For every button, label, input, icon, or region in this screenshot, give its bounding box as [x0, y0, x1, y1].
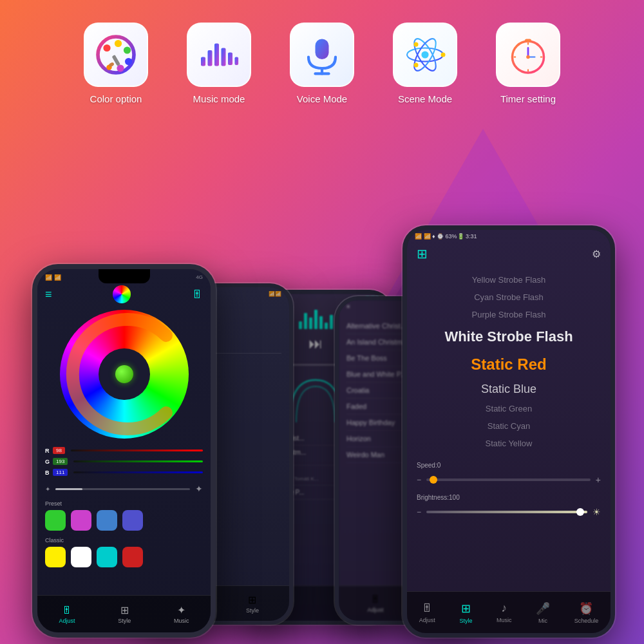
p1-wheel-container[interactable]	[37, 307, 211, 442]
phone-notch	[99, 269, 150, 283]
music-bar-2	[304, 313, 307, 329]
scene-purple-strobe[interactable]: Purple Strobe Flash	[417, 306, 601, 323]
music-bar-5	[319, 316, 323, 329]
p1-nav-adjust[interactable]: 🎚 Adjust	[59, 605, 75, 624]
p1-nav-music[interactable]: ✦ Music	[174, 604, 189, 624]
p5-nav: 🎚 Adjust ⊞ Style ♪ Music 🎤 Mic ⏰ Sch	[407, 591, 611, 633]
brightness-thumb[interactable]	[576, 508, 584, 516]
p5-nav-style[interactable]: ⊞ Style	[459, 601, 472, 624]
svg-rect-9	[201, 57, 205, 66]
p5-speed-label: Speed:0	[407, 459, 611, 472]
p1-menu-icon[interactable]: ≡	[45, 288, 52, 301]
scene-yellow-strobe[interactable]: Yellow Strobe Flash	[417, 271, 601, 289]
icon-item-color-option[interactable]: Color option	[84, 23, 148, 104]
adjust-label: Adjust	[59, 618, 75, 624]
phone-color-adjust: 📶 📶 4G ≡ 🎚	[32, 264, 216, 638]
scene-white-strobe[interactable]: White Strobe Flash	[417, 323, 601, 350]
scene-static-yellow[interactable]: Static Yellow	[417, 435, 601, 452]
svg-rect-10	[208, 50, 213, 66]
p2-nav-style[interactable]: ⊞ Style	[246, 594, 259, 614]
classic-dot-2[interactable]	[71, 547, 91, 567]
app-icon-music-mode[interactable]	[187, 23, 251, 87]
icon-label-color-option: Color option	[90, 93, 142, 104]
icon-item-scene-mode[interactable]: Scene Mode	[393, 23, 457, 104]
music-icon: ✦	[177, 604, 185, 616]
preset-dot-2[interactable]	[71, 510, 91, 531]
svg-point-3	[124, 46, 131, 53]
speed-plus[interactable]: +	[596, 475, 601, 485]
p5-scene-list: Yellow Strobe Flash Cyan Strobe Flash Pu…	[407, 265, 611, 459]
icon-label-scene-mode: Scene Mode	[398, 93, 452, 104]
svg-rect-14	[235, 57, 239, 66]
music-bar-4	[314, 310, 317, 329]
p5-mic-icon: 🎤	[536, 601, 550, 616]
icon-item-voice-mode[interactable]: Voice Mode	[290, 23, 354, 104]
scene-cyan-strobe[interactable]: Cyan Strobe Flash	[417, 289, 601, 306]
scene-static-green[interactable]: Static Green	[417, 400, 601, 417]
p1-settings-icon[interactable]: 🎚	[191, 288, 203, 301]
music-bar-6	[325, 323, 328, 329]
music-bar-7	[330, 315, 333, 329]
p5-brightness-slider[interactable]: − ☀	[407, 504, 611, 520]
speed-thumb[interactable]	[430, 476, 437, 484]
p1-color-selector[interactable]	[115, 365, 133, 383]
p5-nav-schedule[interactable]: ⏰ Schedule	[574, 601, 599, 624]
brightness-minus[interactable]: −	[417, 507, 421, 516]
p5-music-icon: ♪	[501, 601, 507, 615]
preset-dot-3[interactable]	[97, 510, 117, 531]
p1-preset-label: Preset	[45, 500, 203, 507]
p5-nav-music[interactable]: ♪ Music	[497, 601, 512, 623]
svg-point-32	[526, 55, 530, 59]
p5-gear-icon[interactable]: ⚙	[592, 248, 601, 260]
p5-brightness-label: Brightness:100	[407, 488, 611, 504]
p5-style-icon: ⊞	[461, 601, 471, 616]
classic-dot-1[interactable]	[45, 547, 66, 567]
p1-r-value: 98	[53, 447, 65, 454]
p5-adjust-icon: 🎚	[421, 601, 433, 615]
icon-label-music-mode: Music mode	[193, 93, 245, 104]
svg-point-1	[103, 44, 110, 52]
p5-grid-icon[interactable]: ⊞	[417, 246, 428, 261]
p1-classic-label: Classic	[45, 537, 203, 544]
p1-nav-style[interactable]: ⊞ Style	[118, 604, 131, 624]
svg-point-23	[414, 42, 419, 46]
icon-item-music-mode[interactable]: Music mode	[187, 23, 251, 104]
music-bar-3	[309, 317, 312, 329]
svg-point-22	[441, 53, 446, 57]
svg-point-5	[117, 64, 124, 71]
p1-brightness-high: ✦	[195, 484, 203, 494]
p5-nav-adjust[interactable]: 🎚 Adjust	[419, 601, 435, 623]
preset-dot-1[interactable]	[45, 510, 66, 531]
app-icon-color-option[interactable]	[84, 23, 148, 87]
p5-nav-mic[interactable]: 🎤 Mic	[536, 601, 550, 624]
preset-dot-4[interactable]	[122, 510, 143, 531]
p1-preset-dots	[45, 510, 203, 531]
app-icon-voice-mode[interactable]	[290, 23, 354, 87]
classic-dot-3[interactable]	[97, 547, 117, 567]
scene-static-blue[interactable]: Static Blue	[417, 379, 601, 400]
p4-nav-adjust[interactable]: 🎚 Adjust	[367, 594, 383, 613]
app-icon-scene-mode[interactable]	[393, 23, 457, 87]
p1-brightness-row: ✦ ✦	[37, 481, 211, 497]
svg-point-18	[421, 51, 428, 58]
p5-status-bar: 📶 📶 ♦ ⌚ 63%🔋 3:31	[407, 230, 611, 243]
app-icon-timer-setting[interactable]	[496, 23, 560, 87]
p5-adjust-label: Adjust	[419, 617, 435, 623]
icon-item-timer-setting[interactable]: Timer setting	[496, 23, 560, 104]
p1-rgb-values: R 98 G 193 B 111	[37, 442, 211, 481]
svg-rect-13	[228, 53, 232, 66]
p1-classic-dots	[45, 547, 203, 567]
p1-color-ball[interactable]	[113, 285, 131, 303]
p5-schedule-label: Schedule	[574, 618, 599, 624]
p1-brightness-slider[interactable]	[55, 488, 190, 490]
p1-presets: Preset	[37, 497, 211, 535]
style-label: Style	[118, 618, 131, 624]
p5-speed-slider[interactable]: − +	[407, 472, 611, 488]
scene-static-red[interactable]: Static Red	[417, 350, 601, 379]
speed-minus[interactable]: −	[417, 475, 421, 484]
svg-point-24	[414, 63, 419, 68]
svg-rect-11	[214, 44, 219, 66]
phone-scene-detail: 📶 📶 ♦ ⌚ 63%🔋 3:31 ⊞ ⚙ Yellow Strobe Flas…	[402, 225, 615, 638]
classic-dot-4[interactable]	[122, 547, 143, 567]
scene-static-cyan[interactable]: Static Cyan	[417, 417, 601, 435]
